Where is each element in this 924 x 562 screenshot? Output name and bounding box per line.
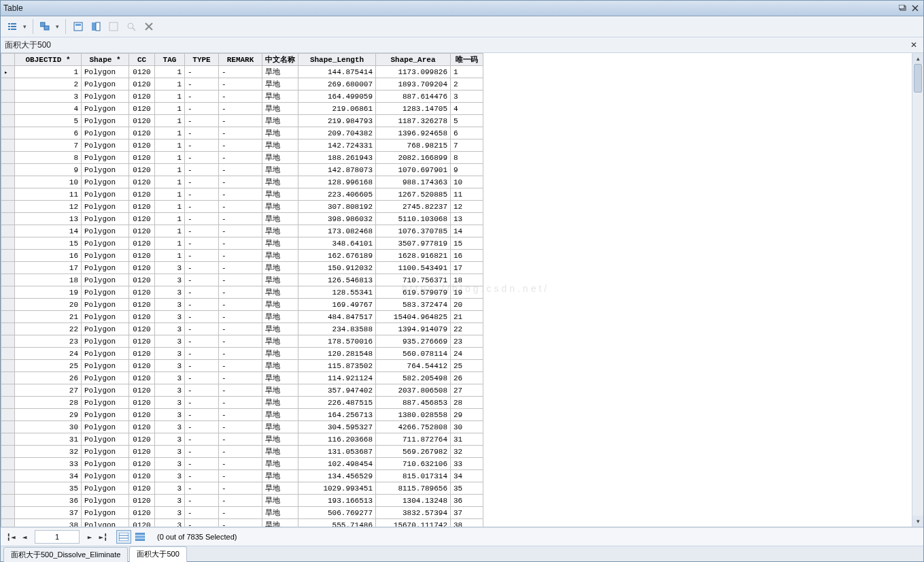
cell-length[interactable]: 126.546813 [298,274,376,286]
cell-uid[interactable]: 15 [451,237,483,250]
column-header[interactable]: CC [129,54,155,66]
cell-cn[interactable]: 旱地 [262,507,298,519]
cell-shape[interactable]: Polygon [82,421,129,433]
cell-area[interactable]: 2745.82237 [376,201,451,213]
scroll-up-button[interactable]: ▴ [912,53,923,64]
cell-objectid[interactable]: 20 [15,299,82,311]
cell-tag[interactable]: 3 [155,421,185,433]
cell-objectid[interactable]: 30 [15,421,82,433]
grid-scroll[interactable]: OBJECTID *Shape *CCTAGTYPEREMARK中文名称Shap… [1,53,912,527]
cell-tag[interactable]: 1 [155,90,185,103]
cell-shape[interactable]: Polygon [82,78,129,90]
cell-tag[interactable]: 1 [155,237,185,250]
cell-tag[interactable]: 1 [155,188,185,201]
cell-area[interactable]: 15404.964825 [376,311,451,323]
cell-area[interactable]: 711.872764 [376,433,451,446]
cell-remark[interactable]: - [219,262,262,274]
cell-cn[interactable]: 旱地 [262,409,298,421]
cell-remark[interactable]: - [219,127,262,139]
cell-cn[interactable]: 旱地 [262,311,298,323]
cell-type[interactable]: - [185,201,219,213]
column-header[interactable]: Shape_Length [298,54,376,66]
cell-area[interactable]: 560.078114 [376,348,451,360]
cell-uid[interactable]: 1 [451,66,483,78]
cell-uid[interactable]: 21 [451,311,483,323]
cell-cn[interactable]: 旱地 [262,213,298,225]
cell-type[interactable]: - [185,225,219,237]
table-tab[interactable]: 面积大于500_Dissolve_Eliminate [3,547,128,562]
table-row[interactable]: 4Polygon01201--旱地219.068611283.147054 [1,103,483,115]
cell-type[interactable]: - [185,286,219,299]
cell-length[interactable]: 226.487515 [298,397,376,409]
cell-cn[interactable]: 旱地 [262,372,298,384]
cell-objectid[interactable]: 5 [15,115,82,127]
cell-uid[interactable]: 6 [451,127,483,139]
cell-uid[interactable]: 28 [451,397,483,409]
row-handle[interactable] [1,164,15,176]
table-row[interactable]: 14Polygon01201--旱地173.0824681076.3707851… [1,225,483,237]
cell-uid[interactable]: 10 [451,176,483,188]
cell-remark[interactable]: - [219,176,262,188]
cell-shape[interactable]: Polygon [82,90,129,103]
cell-cc[interactable]: 0120 [129,323,155,335]
cell-cc[interactable]: 0120 [129,519,155,527]
cell-length[interactable]: 169.49767 [298,299,376,311]
cell-uid[interactable]: 32 [451,446,483,458]
cell-shape[interactable]: Polygon [82,519,129,527]
cell-length[interactable]: 219.984793 [298,115,376,127]
cell-cn[interactable]: 旱地 [262,201,298,213]
switch-selection-button[interactable] [88,18,104,35]
cell-uid[interactable]: 24 [451,348,483,360]
cell-remark[interactable]: - [219,458,262,470]
column-header[interactable]: TYPE [185,54,219,66]
cell-cn[interactable]: 旱地 [262,482,298,495]
cell-uid[interactable]: 16 [451,250,483,262]
cell-objectid[interactable]: 36 [15,495,82,507]
row-handle[interactable] [1,225,15,237]
cell-shape[interactable]: Polygon [82,384,129,397]
delete-selected-button[interactable] [141,18,157,35]
row-handle[interactable] [1,397,15,409]
cell-area[interactable]: 887.456853 [376,397,451,409]
cell-objectid[interactable]: 4 [15,103,82,115]
cell-type[interactable]: - [185,458,219,470]
cell-area[interactable]: 988.174363 [376,176,451,188]
cell-uid[interactable]: 36 [451,495,483,507]
cell-area[interactable]: 887.614476 [376,90,451,103]
cell-cn[interactable]: 旱地 [262,397,298,409]
cell-shape[interactable]: Polygon [82,250,129,262]
cell-tag[interactable]: 3 [155,519,185,527]
table-row[interactable]: 8Polygon01201--旱地188.2619432082.1668998 [1,152,483,164]
cell-area[interactable]: 15670.111742 [376,519,451,527]
table-row[interactable]: 26Polygon01203--旱地114.921124582.20549826 [1,372,483,384]
cell-cc[interactable]: 0120 [129,421,155,433]
cell-tag[interactable]: 3 [155,495,185,507]
cell-type[interactable]: - [185,274,219,286]
cell-cc[interactable]: 0120 [129,446,155,458]
table-row[interactable]: 33Polygon01203--旱地102.498454710.63210633 [1,458,483,470]
cell-objectid[interactable]: 31 [15,433,82,446]
cell-objectid[interactable]: 32 [15,446,82,458]
cell-objectid[interactable]: 14 [15,225,82,237]
close-table-button[interactable]: ✕ [908,39,919,50]
cell-cn[interactable]: 旱地 [262,152,298,164]
cell-shape[interactable]: Polygon [82,348,129,360]
cell-uid[interactable]: 26 [451,372,483,384]
cell-length[interactable]: 162.676189 [298,250,376,262]
cell-shape[interactable]: Polygon [82,335,129,348]
cell-remark[interactable]: - [219,66,262,78]
cell-length[interactable]: 128.55341 [298,286,376,299]
cell-objectid[interactable]: 10 [15,176,82,188]
cell-objectid[interactable]: 34 [15,470,82,482]
cell-uid[interactable]: 31 [451,433,483,446]
cell-cn[interactable]: 旱地 [262,470,298,482]
cell-type[interactable]: - [185,299,219,311]
row-handle[interactable] [1,421,15,433]
row-handle[interactable] [1,299,15,311]
cell-tag[interactable]: 1 [155,250,185,262]
cell-objectid[interactable]: 3 [15,90,82,103]
cell-uid[interactable]: 2 [451,78,483,90]
cell-uid[interactable]: 29 [451,409,483,421]
cell-uid[interactable]: 7 [451,139,483,152]
table-row[interactable]: 35Polygon01203--旱地1029.9934518115.789656… [1,482,483,495]
